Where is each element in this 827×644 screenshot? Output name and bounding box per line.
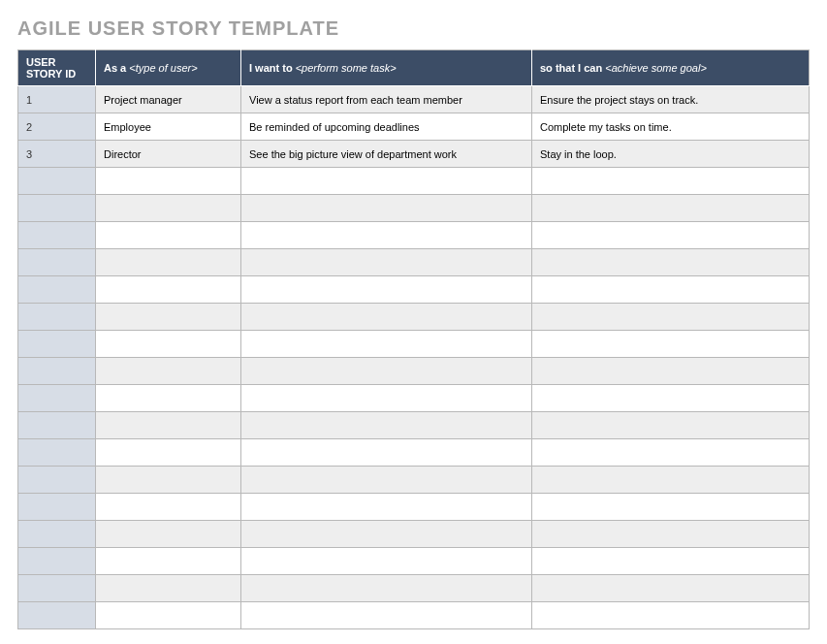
- cell-want[interactable]: [241, 494, 532, 521]
- cell-want[interactable]: [241, 304, 532, 331]
- cell-sothat[interactable]: Ensure the project stays on track.: [532, 86, 810, 113]
- cell-id[interactable]: [18, 575, 96, 602]
- cell-want[interactable]: [241, 521, 532, 548]
- table-row: [18, 467, 810, 494]
- cell-as[interactable]: [96, 602, 241, 629]
- cell-want[interactable]: [241, 467, 532, 494]
- cell-want[interactable]: [241, 168, 532, 195]
- cell-id[interactable]: [18, 602, 96, 629]
- cell-sothat[interactable]: [532, 467, 810, 494]
- cell-id[interactable]: [18, 304, 96, 331]
- cell-as[interactable]: Project manager: [96, 86, 241, 113]
- table-row: [18, 304, 810, 331]
- cell-as[interactable]: [96, 304, 241, 331]
- table-row: [18, 602, 810, 629]
- cell-want[interactable]: View a status report from each team memb…: [241, 86, 532, 113]
- cell-sothat[interactable]: [532, 222, 810, 249]
- table-row: [18, 358, 810, 385]
- cell-want[interactable]: [241, 222, 532, 249]
- cell-id[interactable]: [18, 467, 96, 494]
- table-row: [18, 222, 810, 249]
- cell-want[interactable]: [241, 602, 532, 629]
- cell-id[interactable]: [18, 412, 96, 439]
- table-row: 1Project managerView a status report fro…: [18, 86, 810, 113]
- cell-id[interactable]: [18, 439, 96, 467]
- table-row: 2EmployeeBe reminded of upcoming deadlin…: [18, 113, 810, 141]
- cell-as[interactable]: [96, 439, 241, 467]
- cell-sothat[interactable]: [532, 439, 810, 467]
- cell-sothat[interactable]: Stay in the loop.: [532, 141, 810, 168]
- header-sothat-hint: <achieve some goal>: [605, 62, 707, 74]
- cell-id[interactable]: [18, 385, 96, 412]
- cell-sothat[interactable]: [532, 575, 810, 602]
- cell-id[interactable]: [18, 494, 96, 521]
- cell-sothat[interactable]: [532, 249, 810, 276]
- cell-id[interactable]: [18, 168, 96, 195]
- cell-id[interactable]: [18, 358, 96, 385]
- cell-sothat[interactable]: [532, 276, 810, 304]
- cell-id[interactable]: [18, 222, 96, 249]
- cell-id[interactable]: 3: [18, 141, 96, 168]
- header-as-prefix: As a: [104, 62, 129, 74]
- cell-want[interactable]: [241, 385, 532, 412]
- cell-as[interactable]: [96, 575, 241, 602]
- table-row: [18, 249, 810, 276]
- cell-sothat[interactable]: [532, 304, 810, 331]
- cell-sothat[interactable]: [532, 494, 810, 521]
- cell-as[interactable]: [96, 467, 241, 494]
- cell-want[interactable]: [241, 575, 532, 602]
- cell-want[interactable]: [241, 412, 532, 439]
- table-row: [18, 521, 810, 548]
- cell-sothat[interactable]: [532, 195, 810, 222]
- cell-as[interactable]: [96, 331, 241, 358]
- cell-want[interactable]: [241, 195, 532, 222]
- cell-as[interactable]: [96, 548, 241, 575]
- header-want-hint: <perform some task>: [296, 62, 397, 74]
- cell-want[interactable]: Be reminded of upcoming deadlines: [241, 113, 532, 141]
- cell-as[interactable]: [96, 195, 241, 222]
- cell-sothat[interactable]: [532, 331, 810, 358]
- cell-sothat[interactable]: [532, 385, 810, 412]
- table-row: 3DirectorSee the big picture view of dep…: [18, 141, 810, 168]
- cell-sothat[interactable]: [532, 358, 810, 385]
- cell-want[interactable]: [241, 331, 532, 358]
- cell-want[interactable]: [241, 548, 532, 575]
- cell-sothat[interactable]: [532, 168, 810, 195]
- header-as: As a <type of user>: [96, 50, 241, 86]
- cell-as[interactable]: Employee: [96, 113, 241, 141]
- cell-id[interactable]: [18, 331, 96, 358]
- cell-sothat[interactable]: [532, 602, 810, 629]
- table-row: [18, 548, 810, 575]
- cell-want[interactable]: [241, 249, 532, 276]
- table-row: [18, 439, 810, 467]
- cell-as[interactable]: [96, 385, 241, 412]
- cell-as[interactable]: [96, 412, 241, 439]
- table-header-row: USER STORY ID As a <type of user> I want…: [18, 50, 810, 86]
- cell-id[interactable]: 1: [18, 86, 96, 113]
- cell-sothat[interactable]: Complete my tasks on time.: [532, 113, 810, 141]
- cell-as[interactable]: [96, 494, 241, 521]
- cell-as[interactable]: [96, 222, 241, 249]
- cell-sothat[interactable]: [532, 521, 810, 548]
- table-row: [18, 276, 810, 304]
- cell-id[interactable]: [18, 548, 96, 575]
- cell-id[interactable]: 2: [18, 113, 96, 141]
- header-want-prefix: I want to: [249, 62, 296, 74]
- cell-want[interactable]: See the big picture view of department w…: [241, 141, 532, 168]
- cell-id[interactable]: [18, 195, 96, 222]
- cell-want[interactable]: [241, 439, 532, 467]
- cell-as[interactable]: Director: [96, 141, 241, 168]
- cell-sothat[interactable]: [532, 412, 810, 439]
- cell-as[interactable]: [96, 521, 241, 548]
- cell-sothat[interactable]: [532, 548, 810, 575]
- cell-as[interactable]: [96, 276, 241, 304]
- cell-as[interactable]: [96, 249, 241, 276]
- cell-id[interactable]: [18, 521, 96, 548]
- cell-want[interactable]: [241, 276, 532, 304]
- table-row: [18, 494, 810, 521]
- cell-id[interactable]: [18, 276, 96, 304]
- cell-as[interactable]: [96, 168, 241, 195]
- cell-as[interactable]: [96, 358, 241, 385]
- cell-want[interactable]: [241, 358, 532, 385]
- cell-id[interactable]: [18, 249, 96, 276]
